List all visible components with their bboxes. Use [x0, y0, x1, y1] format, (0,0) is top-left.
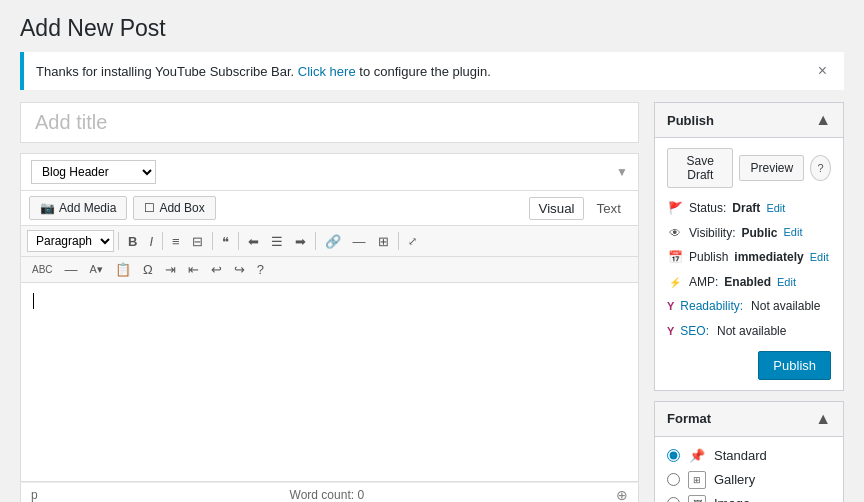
align-left-button[interactable]: ⬅: [243, 232, 264, 251]
outdent-button[interactable]: ⇤: [183, 260, 204, 279]
view-tabs: Visual Text: [529, 197, 630, 220]
publish-button[interactable]: Publish: [758, 351, 831, 380]
save-draft-button[interactable]: Save Draft: [667, 148, 733, 188]
link-button[interactable]: 🔗: [320, 232, 346, 251]
unordered-list-button[interactable]: ≡: [167, 232, 185, 251]
visibility-label: Visibility:: [689, 223, 735, 245]
editor-area: Blog Header Default Template Full Width …: [20, 102, 639, 502]
visibility-edit-link[interactable]: Edit: [783, 223, 802, 243]
special-char-button[interactable]: Ω: [138, 260, 158, 279]
editor-cursor: [33, 293, 34, 309]
redo-button[interactable]: ↪: [229, 260, 250, 279]
publish-box-header: Publish ▲: [655, 103, 843, 138]
notice-link[interactable]: Click here: [298, 64, 356, 79]
format-box-body: 📌 Standard ⊞ Gallery 🖼 Image: [655, 437, 843, 502]
format-box-title: Format: [667, 411, 711, 426]
table-button[interactable]: ⊞: [373, 232, 394, 251]
visibility-value: Public: [741, 223, 777, 245]
status-value: Draft: [732, 198, 760, 220]
toolbar-separator: [118, 232, 119, 250]
yoast-readability-icon: Y: [667, 297, 674, 317]
format-box-toggle[interactable]: ▲: [815, 410, 831, 428]
editor-format-bar-1: Paragraph B I ≡ ⊟ ❝ ⬅ ☰ ➡ 🔗 — ⊞ ⤢: [20, 225, 639, 256]
ordered-list-button[interactable]: ⊟: [187, 232, 208, 251]
undo-button[interactable]: ↩: [206, 260, 227, 279]
main-content: Blog Header Default Template Full Width …: [20, 102, 844, 502]
toolbar-separator-4: [238, 232, 239, 250]
editor-body[interactable]: [20, 282, 639, 482]
publish-value: immediately: [734, 247, 803, 269]
notice-bar: Thanks for installing YouTube Subscribe …: [20, 52, 844, 90]
publish-box-toggle[interactable]: ▲: [815, 111, 831, 129]
toolbar-separator-2: [162, 232, 163, 250]
notice-close-button[interactable]: ×: [813, 60, 832, 82]
editor-toolbar-left: 📷 Add Media ☐ Add Box: [29, 196, 216, 220]
indent-button[interactable]: ⇥: [160, 260, 181, 279]
seo-row: Y SEO:Not available: [667, 321, 831, 343]
text-color-button[interactable]: A▾: [85, 261, 108, 278]
publish-button-row: Publish: [667, 351, 831, 380]
publish-box-title: Publish: [667, 113, 714, 128]
visual-tab[interactable]: Visual: [529, 197, 583, 220]
italic-button[interactable]: I: [144, 232, 158, 251]
preview-button[interactable]: Preview: [739, 155, 804, 181]
format-box: Format ▲ 📌 Standard ⊞ Gallery: [654, 401, 844, 502]
camera-icon: 📷: [40, 201, 55, 215]
format-option-gallery[interactable]: ⊞ Gallery: [667, 471, 831, 489]
readability-value: Not available: [751, 296, 820, 318]
status-edit-link[interactable]: Edit: [766, 199, 785, 219]
info-button[interactable]: ?: [810, 155, 831, 181]
publish-edit-link[interactable]: Edit: [810, 248, 829, 268]
align-right-button[interactable]: ➡: [290, 232, 311, 251]
abc-button[interactable]: ABC: [27, 262, 58, 278]
word-count-area: Word count: 0: [290, 488, 365, 502]
readability-label[interactable]: Readability:: [680, 296, 743, 318]
format-icon-standard: 📌: [688, 447, 706, 465]
visibility-row: 👁 Visibility: Public Edit: [667, 223, 831, 245]
format-option-image[interactable]: 🖼 Image: [667, 495, 831, 502]
format-option-standard[interactable]: 📌 Standard: [667, 447, 831, 465]
paragraph-select[interactable]: Paragraph: [27, 230, 114, 252]
align-center-button[interactable]: ☰: [266, 232, 288, 251]
template-select[interactable]: Blog Header Default Template Full Width: [31, 160, 156, 184]
fullscreen-button[interactable]: ⊕: [616, 487, 628, 502]
format-label-image: Image: [714, 496, 750, 502]
help-button[interactable]: ?: [252, 260, 269, 279]
readability-row: Y Readability:Not available: [667, 296, 831, 318]
text-tab[interactable]: Text: [588, 197, 630, 220]
format-box-header: Format ▲: [655, 402, 843, 437]
publish-actions: Save Draft Preview ?: [667, 148, 831, 188]
add-box-button[interactable]: ☐ Add Box: [133, 196, 215, 220]
amp-value: Enabled: [724, 272, 771, 294]
publish-info: 🚩 Status: Draft Edit 👁 Visibility: Publi…: [667, 198, 831, 343]
editor-toolbar-top: 📷 Add Media ☐ Add Box Visual Text: [20, 190, 639, 225]
amp-row: ⚡ AMP: Enabled Edit: [667, 272, 831, 294]
editor-format-bar-2: ABC — A▾ 📋 Ω ⇥ ⇤ ↩ ↪ ?: [20, 256, 639, 282]
toolbar-separator-6: [398, 232, 399, 250]
amp-icon: ⚡: [667, 275, 683, 291]
format-radio-gallery[interactable]: [667, 473, 680, 486]
insert-more-button[interactable]: —: [348, 232, 371, 251]
calendar-icon: 📅: [667, 250, 683, 266]
eye-icon: 👁: [667, 225, 683, 241]
sidebar: Publish ▲ Save Draft Preview ? 🚩 Stat: [654, 102, 844, 502]
seo-label[interactable]: SEO:: [680, 321, 709, 343]
format-icon-gallery: ⊞: [688, 471, 706, 489]
add-media-button[interactable]: 📷 Add Media: [29, 196, 127, 220]
toolbar-separator-5: [315, 232, 316, 250]
format-radio-image[interactable]: [667, 497, 680, 502]
amp-edit-link[interactable]: Edit: [777, 273, 796, 293]
format-icon-image: 🖼: [688, 495, 706, 502]
flag-icon: 🚩: [667, 201, 683, 217]
post-title-input[interactable]: [20, 102, 639, 143]
bold-button[interactable]: B: [123, 232, 142, 251]
hr-button[interactable]: —: [60, 260, 83, 279]
status-row: 🚩 Status: Draft Edit: [667, 198, 831, 220]
fullscreen-editor-button[interactable]: ⤢: [403, 233, 422, 250]
format-radio-standard[interactable]: [667, 449, 680, 462]
paste-text-button[interactable]: 📋: [110, 260, 136, 279]
publish-box: Publish ▲ Save Draft Preview ? 🚩 Stat: [654, 102, 844, 391]
box-icon: ☐: [144, 201, 155, 215]
toolbar-separator-3: [212, 232, 213, 250]
blockquote-button[interactable]: ❝: [217, 232, 234, 251]
